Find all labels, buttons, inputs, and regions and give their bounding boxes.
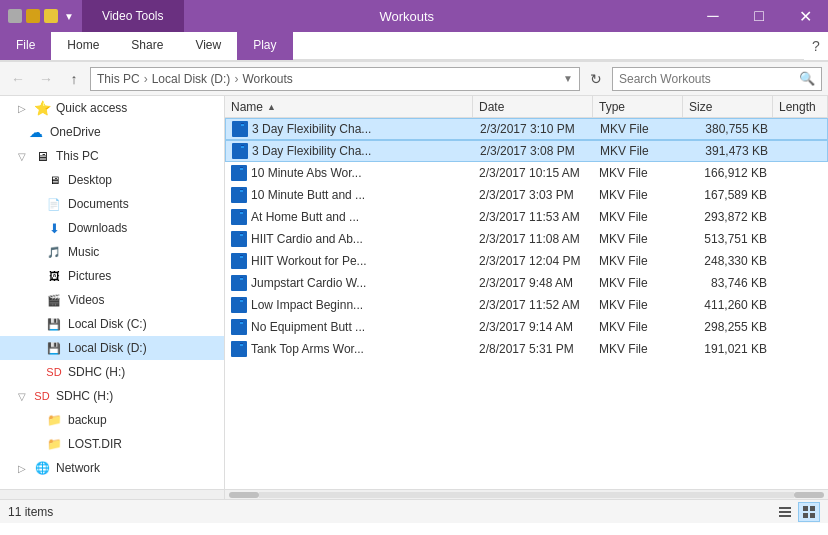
search-box[interactable]: 🔍 [612,67,822,91]
address-path[interactable]: This PC › Local Disk (D:) › Workouts ▼ [90,67,580,91]
sidebar-label-network: Network [56,461,100,475]
hscroll-area [0,489,828,499]
sidebar-item-backup[interactable]: ▷ 📁 backup [0,408,224,432]
file-cell-type: MKV File [593,188,683,202]
hscroll-left-spacer [0,490,225,499]
sidebar-item-music[interactable]: ▷ 🎵 Music [0,240,224,264]
sidebar-item-local-d[interactable]: ▷ 💾 Local Disk (D:) [0,336,224,360]
sdhc-h2-icon: SD [34,388,50,404]
file-cell-type: MKV File [594,144,684,158]
file-cell-name: 10 Minute Abs Wor... [225,165,473,181]
hscroll-track[interactable] [225,490,828,499]
table-row[interactable]: No Equipment Butt ... 2/3/2017 9:14 AM M… [225,316,828,338]
col-type-label: Type [599,100,625,114]
file-icon [231,319,247,335]
sidebar-item-downloads[interactable]: ▷ ⬇ Downloads [0,216,224,240]
ribbon: File Home Share View Play ? [0,32,828,62]
sidebar-item-videos[interactable]: ▷ 🎬 Videos [0,288,224,312]
expand-icon-lostdir: ▷ [28,438,40,450]
table-row[interactable]: Tank Top Arms Wor... 2/8/2017 5:31 PM MK… [225,338,828,360]
search-input[interactable] [619,72,795,86]
table-row[interactable]: At Home Butt and ... 2/3/2017 11:53 AM M… [225,206,828,228]
close-button[interactable]: ✕ [782,0,828,32]
table-row[interactable]: HIIT Workout for Pe... 2/3/2017 12:04 PM… [225,250,828,272]
svg-rect-39 [810,513,815,518]
table-row[interactable]: 10 Minute Butt and ... 2/3/2017 3:03 PM … [225,184,828,206]
table-row[interactable]: HIIT Cardio and Ab... 2/3/2017 11:08 AM … [225,228,828,250]
svg-rect-23 [240,277,243,278]
sidebar-label-music: Music [68,245,99,259]
table-row[interactable]: Jumpstart Cardio W... 2/3/2017 9:48 AM M… [225,272,828,294]
path-segment-1: This PC [97,72,140,86]
svg-rect-32 [240,343,243,344]
file-cell-type: MKV File [593,320,683,334]
svg-rect-34 [779,511,791,513]
sidebar-item-thispc[interactable]: ▽ 🖥 This PC [0,144,224,168]
music-icon: 🎵 [46,244,62,260]
lostdir-icon: 📁 [46,436,62,452]
path-sep-1: › [144,72,148,86]
file-cell-date: 2/3/2017 3:10 PM [474,122,594,136]
sidebar-item-sdhc-h1[interactable]: ▷ SD SDHC (H:) [0,360,224,384]
forward-button[interactable]: → [34,67,58,91]
refresh-button[interactable]: ↻ [584,67,608,91]
file-cell-name: 3 Day Flexibility Cha... [226,121,474,137]
file-cell-type: MKV File [593,298,683,312]
sidebar-item-network[interactable]: ▷ 🌐 Network [0,456,224,480]
tab-view[interactable]: View [179,32,237,60]
file-icon [231,275,247,291]
col-header-name[interactable]: Name ▲ [225,96,473,117]
table-row[interactable]: 3 Day Flexibility Cha... 2/3/2017 3:08 P… [225,140,828,162]
file-cell-date: 2/3/2017 10:15 AM [473,166,593,180]
sidebar-item-quick-access[interactable]: ▷ ⭐ Quick access [0,96,224,120]
view-details-button[interactable] [774,502,796,522]
table-row[interactable]: 10 Minute Abs Wor... 2/3/2017 10:15 AM M… [225,162,828,184]
sidebar-item-sdhc-h2[interactable]: ▽ SD SDHC (H:) [0,384,224,408]
up-button[interactable]: ↑ [62,67,86,91]
maximize-button[interactable]: □ [736,0,782,32]
table-row[interactable]: Low Impact Beginn... 2/3/2017 11:52 AM M… [225,294,828,316]
minimize-button[interactable]: ─ [690,0,736,32]
title-window-title: Workouts [184,9,690,24]
tab-share[interactable]: Share [115,32,179,60]
sidebar-label-local-c: Local Disk (C:) [68,317,147,331]
file-cell-size: 248,330 KB [683,254,773,268]
col-header-size[interactable]: Size [683,96,773,117]
sidebar-item-desktop[interactable]: ▷ 🖥 Desktop [0,168,224,192]
file-cell-type: MKV File [593,342,683,356]
svg-rect-5 [241,145,244,146]
col-header-length[interactable]: Length [773,96,828,117]
view-large-icons-button[interactable] [798,502,820,522]
svg-rect-14 [240,211,243,212]
col-header-type[interactable]: Type [593,96,683,117]
svg-rect-8 [240,167,243,168]
sidebar-item-local-c[interactable]: ▷ 💾 Local Disk (C:) [0,312,224,336]
sidebar-item-documents[interactable]: ▷ 📄 Documents [0,192,224,216]
title-dropdown[interactable]: ▼ [64,11,74,22]
col-header-date[interactable]: Date [473,96,593,117]
file-cell-size: 293,872 KB [683,210,773,224]
table-row[interactable]: 3 Day Flexibility Cha... 2/3/2017 3:10 P… [225,118,828,140]
title-bar: ▼ Video Tools Workouts ─ □ ✕ [0,0,828,32]
help-button[interactable]: ? [804,32,828,60]
tab-home[interactable]: Home [51,32,115,60]
expand-icon-c: ▷ [28,318,40,330]
pictures-icon: 🖼 [46,268,62,284]
sidebar-label-sdhc-h1: SDHC (H:) [68,365,125,379]
sidebar-label-pictures: Pictures [68,269,111,283]
ribbon-tabs: File Home Share View Play ? [0,32,828,61]
sidebar-item-lostdir[interactable]: ▷ 📁 LOST.DIR [0,432,224,456]
back-button[interactable]: ← [6,67,30,91]
sidebar-item-pictures[interactable]: ▷ 🖼 Pictures [0,264,224,288]
file-cell-name: Low Impact Beginn... [225,297,473,313]
details-icon [778,505,792,519]
sidebar-item-onedrive[interactable]: ☁ OneDrive [0,120,224,144]
file-cell-name: Tank Top Arms Wor... [225,341,473,357]
tab-play[interactable]: Play [237,32,292,60]
tab-file[interactable]: File [0,32,51,60]
expand-icon-backup: ▷ [28,414,40,426]
file-cell-size: 83,746 KB [683,276,773,290]
file-cell-size: 391,473 KB [684,144,774,158]
svg-rect-20 [240,255,243,256]
file-cell-type: MKV File [593,166,683,180]
